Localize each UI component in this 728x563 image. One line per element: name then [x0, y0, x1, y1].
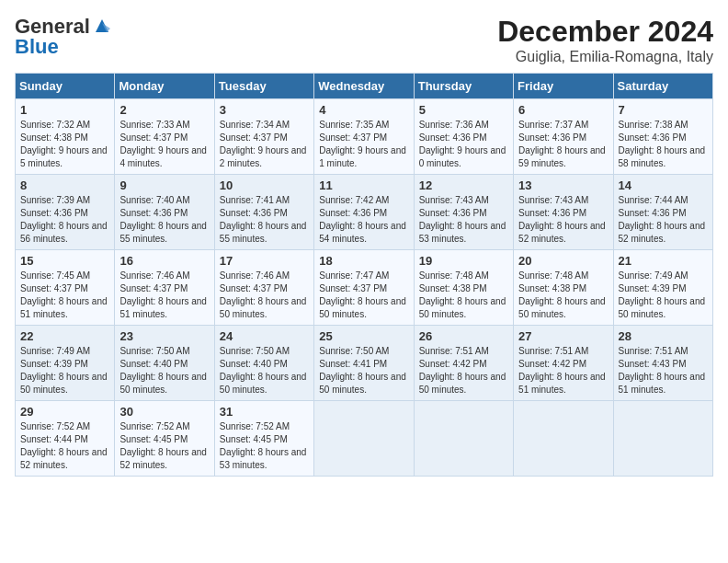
day-number: 4: [319, 103, 408, 117]
day-number: 7: [619, 103, 708, 117]
weekday-header-sunday: Sunday: [16, 74, 115, 99]
day-number: 18: [319, 254, 408, 268]
day-content: Sunrise: 7:50 AMSunset: 4:40 PMDaylight:…: [220, 345, 309, 396]
calendar-cell: 25Sunrise: 7:50 AMSunset: 4:41 PMDayligh…: [314, 326, 414, 401]
day-number: 2: [119, 103, 209, 117]
day-content: Sunrise: 7:37 AMSunset: 4:36 PMDaylight:…: [518, 119, 608, 170]
weekday-header-friday: Friday: [514, 74, 613, 99]
day-content: Sunrise: 7:52 AMSunset: 4:44 PMDaylight:…: [20, 420, 109, 472]
calendar-cell: 5Sunrise: 7:36 AMSunset: 4:36 PMDaylight…: [414, 99, 513, 175]
day-content: Sunrise: 7:50 AMSunset: 4:40 PMDaylight:…: [119, 345, 209, 396]
calendar-cell: 28Sunrise: 7:51 AMSunset: 4:43 PMDayligh…: [613, 326, 712, 401]
calendar-cell: 20Sunrise: 7:48 AMSunset: 4:38 PMDayligh…: [514, 250, 613, 326]
calendar-cell: 27Sunrise: 7:51 AMSunset: 4:42 PMDayligh…: [514, 326, 613, 401]
day-content: Sunrise: 7:33 AMSunset: 4:37 PMDaylight:…: [119, 119, 209, 170]
calendar-cell: 8Sunrise: 7:39 AMSunset: 4:36 PMDaylight…: [16, 175, 115, 250]
day-content: Sunrise: 7:43 AMSunset: 4:36 PMDaylight:…: [419, 194, 508, 246]
day-content: Sunrise: 7:42 AMSunset: 4:36 PMDaylight:…: [319, 194, 408, 246]
calendar-cell: 26Sunrise: 7:51 AMSunset: 4:42 PMDayligh…: [414, 326, 513, 401]
calendar-cell: 9Sunrise: 7:40 AMSunset: 4:36 PMDaylight…: [115, 175, 214, 250]
month-title: December 2024: [497, 15, 713, 49]
calendar-cell: 13Sunrise: 7:43 AMSunset: 4:36 PMDayligh…: [514, 175, 613, 250]
day-content: Sunrise: 7:40 AMSunset: 4:36 PMDaylight:…: [119, 194, 209, 246]
day-content: Sunrise: 7:43 AMSunset: 4:36 PMDaylight:…: [518, 194, 608, 246]
calendar-cell: 30Sunrise: 7:52 AMSunset: 4:45 PMDayligh…: [115, 401, 214, 477]
day-number: 19: [419, 254, 508, 268]
calendar-cell: 7Sunrise: 7:38 AMSunset: 4:36 PMDaylight…: [613, 99, 712, 175]
calendar-cell: [514, 401, 613, 477]
location-title: Guiglia, Emilia-Romagna, Italy: [497, 49, 713, 65]
day-content: Sunrise: 7:38 AMSunset: 4:36 PMDaylight:…: [619, 119, 708, 170]
day-content: Sunrise: 7:41 AMSunset: 4:36 PMDaylight:…: [220, 194, 309, 246]
calendar-cell: 23Sunrise: 7:50 AMSunset: 4:40 PMDayligh…: [115, 326, 214, 401]
calendar-cell: 14Sunrise: 7:44 AMSunset: 4:36 PMDayligh…: [613, 175, 712, 250]
calendar-cell: 11Sunrise: 7:42 AMSunset: 4:36 PMDayligh…: [314, 175, 414, 250]
calendar-cell: [414, 401, 513, 477]
day-number: 16: [119, 254, 209, 268]
day-number: 28: [619, 329, 708, 343]
day-number: 26: [419, 329, 508, 343]
day-content: Sunrise: 7:51 AMSunset: 4:43 PMDaylight:…: [619, 345, 708, 396]
day-content: Sunrise: 7:35 AMSunset: 4:37 PMDaylight:…: [319, 119, 408, 170]
day-number: 22: [20, 329, 109, 343]
calendar-cell: 19Sunrise: 7:48 AMSunset: 4:38 PMDayligh…: [414, 250, 513, 326]
day-number: 3: [220, 103, 309, 117]
day-content: Sunrise: 7:46 AMSunset: 4:37 PMDaylight:…: [220, 270, 309, 321]
calendar-cell: 16Sunrise: 7:46 AMSunset: 4:37 PMDayligh…: [115, 250, 214, 326]
logo: General Blue: [15, 15, 112, 59]
weekday-header-tuesday: Tuesday: [214, 74, 313, 99]
day-content: Sunrise: 7:32 AMSunset: 4:38 PMDaylight:…: [20, 119, 109, 170]
calendar-cell: 6Sunrise: 7:37 AMSunset: 4:36 PMDaylight…: [514, 99, 613, 175]
day-content: Sunrise: 7:50 AMSunset: 4:41 PMDaylight:…: [319, 345, 408, 396]
calendar-cell: 17Sunrise: 7:46 AMSunset: 4:37 PMDayligh…: [214, 250, 313, 326]
calendar-cell: 29Sunrise: 7:52 AMSunset: 4:44 PMDayligh…: [16, 401, 115, 477]
day-number: 11: [319, 178, 408, 192]
calendar-table: SundayMondayTuesdayWednesdayThursdayFrid…: [15, 73, 713, 477]
day-number: 10: [220, 178, 309, 192]
day-number: 25: [319, 329, 408, 343]
day-content: Sunrise: 7:49 AMSunset: 4:39 PMDaylight:…: [20, 345, 109, 396]
day-content: Sunrise: 7:34 AMSunset: 4:37 PMDaylight:…: [220, 119, 309, 170]
weekday-header-wednesday: Wednesday: [314, 74, 414, 99]
day-content: Sunrise: 7:44 AMSunset: 4:36 PMDaylight:…: [619, 194, 708, 246]
day-content: Sunrise: 7:48 AMSunset: 4:38 PMDaylight:…: [419, 270, 508, 321]
day-number: 23: [119, 329, 209, 343]
day-number: 31: [220, 405, 309, 419]
day-number: 9: [119, 178, 209, 192]
title-area: December 2024 Guiglia, Emilia-Romagna, I…: [497, 15, 713, 65]
day-number: 20: [518, 254, 608, 268]
calendar-cell: 15Sunrise: 7:45 AMSunset: 4:37 PMDayligh…: [16, 250, 115, 326]
day-content: Sunrise: 7:48 AMSunset: 4:38 PMDaylight:…: [518, 270, 608, 321]
logo-blue: Blue: [15, 35, 59, 59]
day-content: Sunrise: 7:51 AMSunset: 4:42 PMDaylight:…: [419, 345, 508, 396]
day-number: 6: [518, 103, 608, 117]
day-content: Sunrise: 7:49 AMSunset: 4:39 PMDaylight:…: [619, 270, 708, 321]
day-content: Sunrise: 7:36 AMSunset: 4:36 PMDaylight:…: [419, 119, 508, 170]
day-number: 1: [20, 103, 109, 117]
day-number: 30: [119, 405, 209, 419]
day-number: 27: [518, 329, 608, 343]
calendar-cell: 12Sunrise: 7:43 AMSunset: 4:36 PMDayligh…: [414, 175, 513, 250]
weekday-header-monday: Monday: [115, 74, 214, 99]
day-content: Sunrise: 7:46 AMSunset: 4:37 PMDaylight:…: [119, 270, 209, 321]
calendar-cell: [314, 401, 414, 477]
day-number: 21: [619, 254, 708, 268]
day-content: Sunrise: 7:52 AMSunset: 4:45 PMDaylight:…: [119, 420, 209, 472]
day-number: 12: [419, 178, 508, 192]
day-number: 13: [518, 178, 608, 192]
calendar-cell: 24Sunrise: 7:50 AMSunset: 4:40 PMDayligh…: [214, 326, 313, 401]
day-number: 5: [419, 103, 508, 117]
day-content: Sunrise: 7:45 AMSunset: 4:37 PMDaylight:…: [20, 270, 109, 321]
calendar-cell: 4Sunrise: 7:35 AMSunset: 4:37 PMDaylight…: [314, 99, 414, 175]
day-content: Sunrise: 7:47 AMSunset: 4:37 PMDaylight:…: [319, 270, 408, 321]
day-content: Sunrise: 7:52 AMSunset: 4:45 PMDaylight:…: [220, 420, 309, 472]
day-number: 17: [220, 254, 309, 268]
calendar-cell: 18Sunrise: 7:47 AMSunset: 4:37 PMDayligh…: [314, 250, 414, 326]
calendar-cell: 21Sunrise: 7:49 AMSunset: 4:39 PMDayligh…: [613, 250, 712, 326]
calendar-cell: 1Sunrise: 7:32 AMSunset: 4:38 PMDaylight…: [16, 99, 115, 175]
calendar-cell: 31Sunrise: 7:52 AMSunset: 4:45 PMDayligh…: [214, 401, 313, 477]
day-number: 24: [220, 329, 309, 343]
weekday-header-thursday: Thursday: [414, 74, 513, 99]
day-number: 15: [20, 254, 109, 268]
day-content: Sunrise: 7:51 AMSunset: 4:42 PMDaylight:…: [518, 345, 608, 396]
